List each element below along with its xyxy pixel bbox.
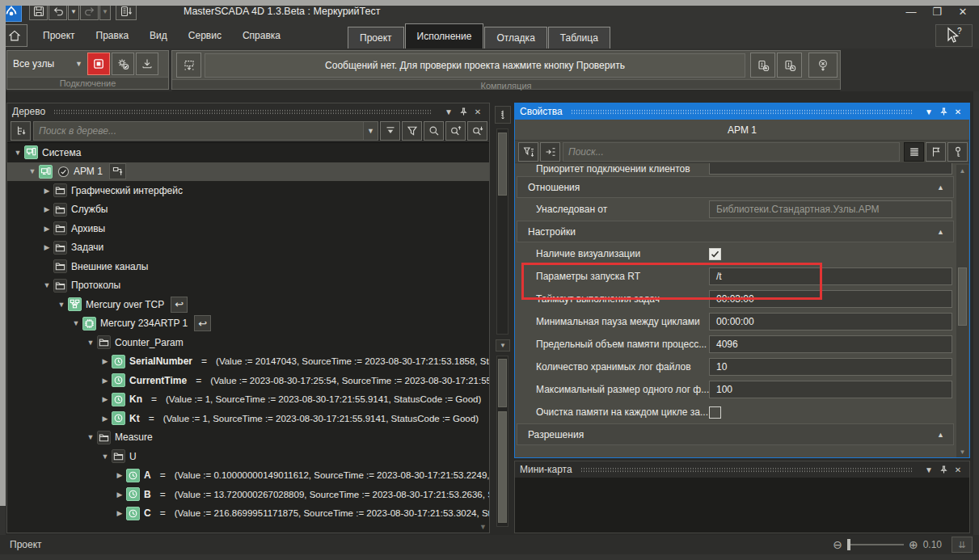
expander-icon[interactable]: ▶: [41, 225, 53, 233]
tree-row[interactable]: ▶C=(Value := 216.8699951171875, SourceTi…: [7, 504, 489, 524]
tree-row[interactable]: ▶Kt=(Value := 1, SourceTime := 2023-08-3…: [7, 409, 489, 428]
sort-filter-button[interactable]: [518, 142, 538, 162]
zoom-in-icon[interactable]: ⊕: [909, 538, 918, 551]
stop-button[interactable]: [87, 53, 110, 75]
tree-row[interactable]: ▼Mercury 234ARTP 1↩: [7, 314, 489, 334]
help-cursor-button[interactable]: ?: [935, 24, 973, 47]
section-header[interactable]: Настройки▲: [517, 221, 954, 242]
expander-icon[interactable]: ▼: [41, 281, 53, 289]
splitter-collapse-button[interactable]: ▼: [496, 339, 510, 352]
tree-row[interactable]: ▶Графический интерфейс: [7, 181, 489, 200]
flag-button[interactable]: [926, 142, 946, 162]
tree-row[interactable]: ▶Архивы: [7, 219, 489, 238]
panel-menu-button[interactable]: ▼: [922, 463, 935, 476]
scroll-down-icon[interactable]: ▼: [956, 446, 968, 457]
list-view-button[interactable]: [904, 142, 924, 162]
expander-icon[interactable]: ▼: [56, 301, 67, 309]
expander-icon[interactable]: ▶: [99, 395, 111, 403]
tree-row[interactable]: ▼U: [7, 447, 489, 466]
ruler-button[interactable]: [495, 106, 511, 124]
scroll-down-icon[interactable]: ▼: [479, 523, 487, 531]
section-header[interactable]: Отношения▲: [517, 176, 954, 198]
property-value-field[interactable]: [709, 163, 952, 175]
deploy-button[interactable]: [136, 53, 158, 75]
menu-item-2[interactable]: Правка: [86, 30, 140, 41]
expander-icon[interactable]: ▶: [99, 415, 111, 423]
search-button[interactable]: [424, 121, 444, 141]
vertical-scrollbar[interactable]: [496, 356, 508, 527]
expander-icon[interactable]: ▶: [41, 243, 53, 251]
pin-button[interactable]: [937, 105, 950, 118]
tab-1[interactable]: Проект: [348, 27, 404, 48]
search-up-button[interactable]: [445, 121, 466, 141]
tree-row[interactable]: ▼Measure: [7, 428, 489, 448]
search-dropdown-button[interactable]: ▼: [363, 122, 378, 140]
collapse-arrow-icon[interactable]: ▲: [937, 228, 953, 236]
expander-icon[interactable]: ▼: [70, 319, 82, 327]
property-value-field[interactable]: 4096: [709, 335, 952, 353]
scroll-up-icon[interactable]: ▲: [956, 165, 968, 176]
property-value-field[interactable]: 10: [709, 358, 952, 376]
collapse-arrow-icon[interactable]: ▲: [937, 431, 953, 439]
menu-item-4[interactable]: Сервис: [178, 30, 232, 41]
inherit-arrow-button[interactable]: ↩: [194, 315, 211, 331]
flow-button[interactable]: [109, 163, 126, 179]
expander-icon[interactable]: ▶: [41, 187, 53, 195]
property-value-field[interactable]: Библиотеки.Стандартная.Узлы.АРМ: [709, 200, 952, 218]
expander-icon[interactable]: ▶: [114, 509, 125, 517]
expander-icon[interactable]: ▶: [114, 471, 125, 479]
expander-icon[interactable]: ▶: [99, 377, 111, 385]
search-down-button[interactable]: [467, 121, 487, 141]
tree-row[interactable]: ▶A=(Value := 0.10000000149011612, Source…: [7, 466, 489, 486]
tree-row[interactable]: Внешние каналы: [7, 257, 489, 276]
tree-sync-button[interactable]: [11, 121, 31, 141]
zoom-slider[interactable]: [847, 544, 904, 545]
properties-search-input[interactable]: [563, 143, 899, 161]
collapse-all-button[interactable]: [380, 121, 400, 141]
expander-icon[interactable]: ▶: [41, 205, 53, 213]
property-value-field[interactable]: 00:00:00: [709, 313, 952, 331]
tree-row[interactable]: ▼АРМ 1: [7, 162, 489, 182]
scrollbar-thumb[interactable]: [498, 411, 507, 523]
tree-row[interactable]: ▶CurrentTime=(Value := 2023-08-30-17:25:…: [7, 371, 489, 390]
filter-button[interactable]: [402, 121, 422, 141]
expander-icon[interactable]: ▼: [12, 149, 23, 157]
menu-item-1[interactable]: Проект: [32, 30, 86, 41]
inherit-arrow-button[interactable]: ↩: [171, 297, 188, 313]
locate-in-tree-button[interactable]: [540, 142, 560, 162]
panel-menu-button[interactable]: ▼: [922, 105, 935, 118]
menu-item-5[interactable]: Справка: [232, 30, 291, 41]
property-value-field[interactable]: 100: [709, 381, 952, 398]
message-history-button[interactable]: [777, 53, 802, 78]
add-message-button[interactable]: [750, 53, 775, 78]
tree-row[interactable]: ▶SerialNumber=(Value := 20147043, Source…: [7, 352, 489, 372]
property-value-field[interactable]: /t: [709, 267, 952, 285]
statusbar-expand-button[interactable]: ⇊: [952, 537, 973, 553]
tree-row[interactable]: ▼Протоколы: [7, 276, 489, 296]
checkbox[interactable]: [709, 248, 721, 260]
pin-button[interactable]: [457, 105, 470, 118]
scrollbar-thumb[interactable]: [958, 267, 967, 326]
expander-icon[interactable]: ▶: [114, 491, 125, 499]
zoom-out-icon[interactable]: ⊖: [833, 538, 842, 551]
tab-4[interactable]: Таблица: [548, 27, 610, 48]
tab-3[interactable]: Отладка: [484, 27, 546, 48]
scrollbar-thumb[interactable]: [498, 359, 507, 407]
expander-icon[interactable]: ▼: [85, 433, 96, 441]
expander-icon[interactable]: ▼: [85, 339, 96, 347]
tree-row[interactable]: ▶Задачи: [7, 238, 489, 258]
menu-item-3[interactable]: Вид: [139, 30, 178, 41]
settings-check-button[interactable]: [112, 53, 134, 75]
panel-close-button[interactable]: ✕: [952, 463, 964, 476]
tab-2[interactable]: Исполнение: [405, 23, 484, 48]
tree-row[interactable]: ▼Mercury over TCP↩: [7, 295, 489, 314]
panel-menu-button[interactable]: ▼: [442, 105, 455, 118]
tree-row[interactable]: ▼Система: [7, 143, 489, 162]
checkbox[interactable]: [709, 406, 721, 419]
nodes-dropdown[interactable]: Все узлы ▼: [10, 53, 86, 74]
clear-messages-button[interactable]: [808, 53, 838, 78]
panel-close-button[interactable]: ✕: [952, 105, 964, 118]
properties-scrollbar[interactable]: ▲ ▼: [956, 165, 968, 457]
pin-button[interactable]: [937, 463, 950, 476]
tree-row[interactable]: ▼Counter_Param: [7, 333, 489, 352]
